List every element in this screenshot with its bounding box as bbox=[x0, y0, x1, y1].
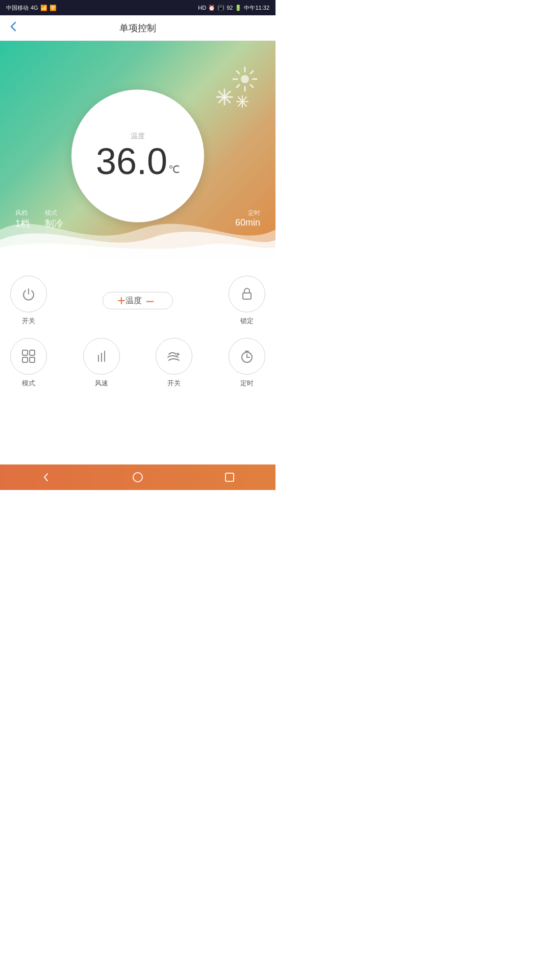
fan-speed-button-group: 风速 bbox=[83, 338, 120, 388]
back-button[interactable] bbox=[8, 20, 17, 36]
timer-info: 定时 60min bbox=[235, 209, 260, 230]
temp-unit: ℃ bbox=[168, 163, 180, 176]
power-label: 开关 bbox=[22, 316, 35, 326]
timer-button[interactable] bbox=[229, 338, 265, 375]
svg-rect-21 bbox=[30, 357, 35, 362]
wind-level-label: 风档 bbox=[15, 209, 30, 217]
nav-recent-button[interactable] bbox=[219, 467, 240, 487]
mode-button-group: 模式 bbox=[10, 338, 47, 388]
swing-button-group: 开关 bbox=[156, 338, 192, 388]
header: 单项控制 bbox=[0, 15, 276, 41]
lock-button-group: 锁定 bbox=[229, 276, 265, 326]
timer-btn-label: 定时 bbox=[240, 379, 254, 388]
power-button-group: 开关 bbox=[10, 276, 47, 326]
wind-level-info: 风档 1档 bbox=[15, 209, 30, 230]
svg-rect-28 bbox=[226, 473, 234, 481]
control-row-1: 开关 + 温度 － 锁定 bbox=[10, 276, 265, 326]
svg-rect-20 bbox=[22, 357, 28, 362]
battery-label: 92 bbox=[227, 5, 233, 11]
hd-badge: HD bbox=[198, 5, 206, 11]
wave-decoration bbox=[0, 199, 276, 260]
power-button[interactable] bbox=[10, 276, 47, 312]
wind-level-value: 1档 bbox=[15, 217, 30, 230]
temp-label: 温度 bbox=[131, 132, 145, 141]
status-bar: 中国移动 4G 📶 🛜 HD ⏰ 📳 92 🔋 中午11:32 bbox=[0, 0, 276, 15]
timer-label: 定时 bbox=[248, 209, 260, 217]
battery-icon: 🔋 bbox=[235, 5, 242, 11]
wifi-icon: 🛜 bbox=[49, 5, 57, 11]
fan-speed-button[interactable] bbox=[83, 338, 120, 375]
carrier-label: 中国移动 bbox=[6, 4, 29, 12]
lock-button[interactable] bbox=[229, 276, 265, 312]
svg-point-0 bbox=[241, 75, 249, 83]
temp-value-row: 36.0 ℃ bbox=[96, 143, 180, 180]
svg-point-27 bbox=[133, 473, 142, 482]
swing-label: 开关 bbox=[167, 379, 181, 388]
alarm-icon: ⏰ bbox=[208, 5, 215, 11]
nav-home-button[interactable] bbox=[128, 467, 148, 487]
status-left: 中国移动 4G 📶 🛜 bbox=[6, 4, 57, 12]
network-type: 4G bbox=[31, 5, 38, 11]
signal-icon: 📶 bbox=[40, 5, 47, 11]
temp-minus-button[interactable]: － bbox=[142, 292, 158, 309]
mode-button[interactable] bbox=[10, 338, 47, 375]
svg-line-7 bbox=[251, 71, 253, 74]
temp-plus-button[interactable]: + bbox=[117, 292, 126, 309]
controls-area: 开关 + 温度 － 锁定 bbox=[0, 260, 276, 398]
cooling-icon bbox=[209, 61, 260, 112]
control-row-2: 模式 风速 开关 bbox=[10, 338, 265, 388]
lock-label: 锁定 bbox=[240, 316, 254, 326]
svg-rect-19 bbox=[30, 350, 35, 355]
info-left: 风档 1档 模式 制冷 bbox=[15, 209, 63, 230]
svg-line-8 bbox=[237, 85, 239, 87]
svg-rect-18 bbox=[22, 350, 28, 355]
display-area: 温度 36.0 ℃ 风档 1档 模式 制冷 定时 60min bbox=[0, 41, 276, 260]
fan-speed-label: 风速 bbox=[95, 379, 108, 388]
temp-control-pill[interactable]: + 温度 － bbox=[103, 292, 173, 309]
mode-btn-label: 模式 bbox=[22, 379, 35, 388]
mode-value: 制冷 bbox=[45, 217, 63, 230]
swing-button[interactable] bbox=[156, 338, 192, 375]
temp-control-label: 温度 bbox=[126, 296, 142, 306]
page-title: 单项控制 bbox=[119, 22, 156, 34]
vibrate-icon: 📳 bbox=[217, 5, 224, 11]
nav-bar bbox=[0, 464, 276, 490]
mode-info: 模式 制冷 bbox=[45, 209, 63, 230]
status-right: HD ⏰ 📳 92 🔋 中午11:32 bbox=[198, 4, 269, 12]
svg-line-5 bbox=[237, 71, 239, 74]
timer-value: 60min bbox=[235, 217, 260, 228]
timer-button-group: 定时 bbox=[229, 338, 265, 388]
nav-back-button[interactable] bbox=[36, 467, 56, 487]
display-info: 风档 1档 模式 制冷 定时 60min bbox=[0, 209, 276, 230]
mode-label: 模式 bbox=[45, 209, 63, 217]
temp-number: 36.0 bbox=[96, 143, 167, 180]
time-label: 中午11:32 bbox=[244, 4, 269, 12]
svg-line-6 bbox=[251, 85, 253, 87]
svg-rect-17 bbox=[243, 293, 251, 299]
